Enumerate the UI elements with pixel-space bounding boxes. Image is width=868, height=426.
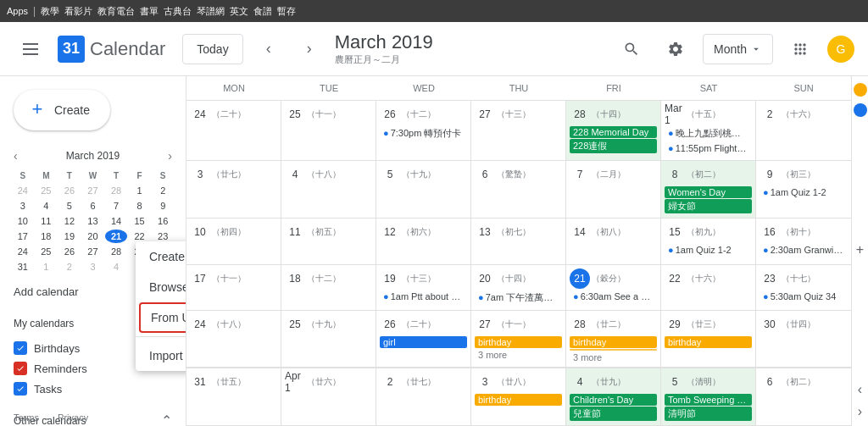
settings-button[interactable] (659, 32, 693, 66)
mini-cal-day[interactable]: 3 (82, 260, 104, 274)
context-menu-import[interactable]: Import (136, 340, 186, 371)
event-tombsweeping[interactable]: Tomb Sweeping Day (665, 394, 752, 406)
mini-cal-day[interactable]: 8 (129, 199, 151, 213)
mini-cal-day[interactable]: 2 (152, 184, 174, 197)
event-womensday[interactable]: Women's Day (665, 186, 752, 198)
mini-cal-day[interactable]: 4 (36, 199, 58, 213)
privacy-link[interactable]: Privacy (58, 412, 88, 423)
event-ptt[interactable]: 1am Ptt about city (380, 290, 467, 302)
context-menu-from-url[interactable]: From URL (139, 302, 186, 333)
mini-cal-day[interactable]: 25 (36, 245, 58, 258)
bookmark-4[interactable]: 書單 (140, 5, 159, 18)
bookmark-9[interactable]: 暫存 (277, 5, 296, 18)
mini-cal-day[interactable]: 11 (36, 214, 58, 228)
mini-cal-title: March 2019 (66, 150, 120, 162)
mini-cal-day[interactable]: 31 (12, 260, 34, 274)
mini-cal-prev[interactable]: ‹ (10, 147, 21, 164)
calendar-item-tasks[interactable]: Tasks (0, 379, 186, 399)
cal-day-25feb: 25（十一） (281, 101, 376, 160)
event-quiz-15[interactable]: 1am Quiz 1-2 (665, 244, 752, 256)
hamburger-menu[interactable] (14, 32, 47, 66)
google-apps-button[interactable] (783, 32, 817, 66)
mini-cal-day[interactable]: 7 (105, 199, 127, 213)
right-panel-icon-1[interactable] (854, 83, 867, 97)
mini-cal-day[interactable]: 24 (12, 245, 34, 258)
next-button[interactable]: › (294, 34, 325, 64)
event-730pm[interactable]: 7:30pm 轉預付卡 (380, 126, 467, 141)
mini-cal-day[interactable]: 2 (58, 260, 81, 274)
search-button[interactable] (615, 32, 648, 66)
avatar[interactable]: G (827, 36, 854, 63)
event-more-27[interactable]: 3 more (475, 349, 562, 361)
bookmark-1[interactable]: 教學 (41, 5, 59, 18)
mini-cal-day[interactable]: 10 (12, 214, 34, 228)
mini-cal-day[interactable]: 3 (12, 199, 34, 213)
event-228memorial[interactable]: 228 Memorial Day (570, 126, 657, 138)
mini-cal-next[interactable]: › (164, 147, 175, 164)
event-movie[interactable]: 6:30am See a movi (570, 290, 657, 302)
prev-button[interactable]: ‹ (253, 34, 284, 64)
month-view-button[interactable]: Month (703, 34, 773, 64)
mini-cal-day[interactable]: 1 (36, 260, 58, 274)
mini-cal-day[interactable]: 4 (105, 260, 127, 274)
mini-cal-day[interactable]: 28 (105, 184, 127, 197)
bookmark-2[interactable]: 看影片 (64, 5, 92, 18)
right-panel-icon-2[interactable] (854, 103, 867, 117)
event-childrensday-cn[interactable]: 兒童節 (570, 407, 657, 421)
mini-cal-day[interactable]: 27 (82, 184, 104, 197)
today-button[interactable]: Today (182, 34, 242, 64)
event-girl[interactable]: girl (380, 336, 467, 348)
event-birthday-28a[interactable]: birthday (570, 336, 657, 348)
mini-cal-day[interactable]: 18 (36, 230, 58, 243)
context-menu-browse-calendars[interactable]: Browse calendars of interest (136, 272, 186, 302)
mini-cal-day[interactable]: 15 (129, 214, 151, 228)
mini-cal-day[interactable]: 13 (82, 214, 104, 228)
bookmark-8[interactable]: 食譜 (253, 5, 272, 18)
mini-cal-day[interactable]: 17 (12, 230, 34, 243)
mini-cal-day[interactable]: 9 (152, 199, 174, 213)
mini-cal-day[interactable]: 28 (105, 245, 127, 258)
mini-cal-day[interactable]: 6 (82, 199, 104, 213)
mini-cal-day[interactable]: 16 (152, 214, 174, 228)
mini-cal-day[interactable]: 24 (12, 184, 34, 197)
event-more-28[interactable]: 3 more (570, 351, 657, 363)
mini-cal-day[interactable]: 20 (82, 230, 104, 243)
mini-cal-day[interactable]: 26 (58, 184, 81, 197)
create-button[interactable]: + Create (14, 90, 110, 130)
cal-day-mar17: 17（十一） (186, 265, 281, 311)
event-228holiday[interactable]: 228連假 (570, 139, 657, 153)
mini-cal-day[interactable]: 26 (58, 245, 81, 258)
bookmark-7[interactable]: 英文 (230, 5, 248, 18)
mini-cal-day[interactable]: 12 (58, 214, 81, 228)
mini-cal-day[interactable]: 5 (58, 199, 81, 213)
right-panel-nav-up[interactable]: ‹ (858, 382, 862, 397)
bookmark-6[interactable]: 琴譜網 (197, 5, 225, 18)
context-menu-create-calendar[interactable]: Create new calendar (136, 241, 186, 272)
bookmark-3[interactable]: 教育電台 (97, 5, 135, 18)
event-flight-1[interactable]: 晚上九點到桃園機場 (665, 126, 752, 141)
mini-cal-day[interactable]: 25 (36, 184, 58, 197)
event-birthday-27[interactable]: birthday (475, 336, 562, 348)
mini-cal-day[interactable]: 27 (82, 245, 104, 258)
event-7am[interactable]: 7am 下午渣萬限提示 (475, 290, 562, 305)
right-panel-add-button[interactable]: + (856, 242, 864, 257)
apps-label[interactable]: Apps (7, 6, 28, 16)
event-birthday-apr3[interactable]: birthday (475, 394, 562, 406)
event-qingming[interactable]: 清明節 (665, 407, 752, 421)
mini-cal-day[interactable]: 1 (129, 184, 151, 197)
event-womensday-cn[interactable]: 婦女節 (665, 199, 752, 213)
right-panel-nav-down[interactable]: › (858, 404, 862, 419)
event-granwill[interactable]: 2:30am Granwill isl (760, 244, 848, 256)
event-flight-2[interactable]: 11:55pm Flight to 遊 (665, 141, 752, 156)
mini-cal-day[interactable]: 21 (105, 230, 127, 243)
event-quiz34[interactable]: 5:30am Quiz 34 (760, 290, 848, 302)
event-childrensday[interactable]: Children's Day (570, 394, 657, 406)
event-birthday-29[interactable]: birthday (665, 336, 752, 348)
event-quiz-1am[interactable]: 1am Quiz 1-2 (760, 186, 848, 198)
event-birthday-28b[interactable] (570, 349, 657, 351)
mini-cal-day[interactable]: 14 (105, 214, 127, 228)
bookmark-5[interactable]: 古典台 (164, 5, 192, 18)
mini-cal-day[interactable]: 19 (58, 230, 81, 243)
terms-link[interactable]: Terms (14, 412, 39, 423)
cal-day-28feb: 28（十四） 228 Memorial Day 228連假 (566, 101, 661, 160)
